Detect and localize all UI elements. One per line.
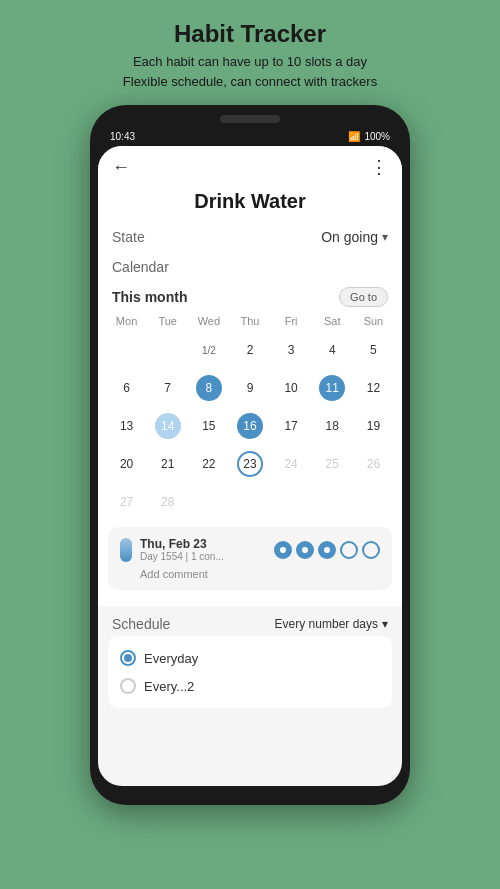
cal-cell-5[interactable]: 5 [353, 333, 394, 367]
goto-button[interactable]: Go to [339, 287, 388, 307]
day-header-mon: Mon [106, 313, 147, 329]
status-time: 10:43 [110, 131, 135, 142]
habit-title: Drink Water [98, 184, 402, 223]
cal-cell-23[interactable]: 23 [229, 447, 270, 481]
sched-option-every2-label: Every...2 [144, 679, 194, 694]
svg-point-2 [324, 547, 330, 553]
day-info-card: Thu, Feb 23 Day 1554 | 1 con... [108, 527, 392, 590]
cal-cell-13[interactable]: 13 [106, 409, 147, 443]
cal-cell-21[interactable]: 21 [147, 447, 188, 481]
schedule-value-text: Every number days [275, 617, 378, 631]
cal-row-1: 1/2 2 3 4 5 [106, 333, 394, 367]
sched-option-everyday-label: Everyday [144, 651, 198, 666]
cal-cell-4[interactable]: 4 [312, 333, 353, 367]
back-button[interactable]: ← [112, 157, 130, 178]
day-header-wed: Wed [188, 313, 229, 329]
cal-cell-12[interactable]: 12 [353, 371, 394, 405]
cal-cell-3[interactable]: 3 [271, 333, 312, 367]
cal-cell-2[interactable]: 2 [229, 333, 270, 367]
cal-cell-22[interactable]: 22 [188, 447, 229, 481]
water-bottle-icon [120, 538, 132, 562]
cal-cell-16[interactable]: 16 [229, 409, 270, 443]
calendar-section: This month Go to Mon Tue Wed Thu Fri Sat… [98, 279, 402, 606]
cal-cell-14[interactable]: 14 [147, 409, 188, 443]
cal-cell-e4 [312, 485, 353, 519]
slot-3[interactable] [318, 541, 336, 559]
schedule-row: Schedule Every number days ▾ [98, 606, 402, 636]
cal-cell-11[interactable]: 11 [312, 371, 353, 405]
bottom-peek [98, 708, 402, 724]
cal-cell-10[interactable]: 10 [271, 371, 312, 405]
cal-cell-17[interactable]: 17 [271, 409, 312, 443]
cal-cell-15[interactable]: 15 [188, 409, 229, 443]
page-subtitle: Each habit can have up to 10 slots a day… [123, 52, 377, 91]
battery-icon: 100% [364, 131, 390, 142]
svg-point-1 [302, 547, 308, 553]
cal-cell-e2 [229, 485, 270, 519]
svg-point-0 [280, 547, 286, 553]
cal-cell-empty [106, 333, 147, 367]
cal-row-2: 6 7 8 9 10 11 12 [106, 371, 394, 405]
day-info-sub: Day 1554 | 1 con... [140, 551, 224, 562]
cal-row-3: 13 14 15 16 17 18 19 [106, 409, 394, 443]
day-info-top: Thu, Feb 23 Day 1554 | 1 con... [120, 537, 380, 562]
cal-cell-e1 [188, 485, 229, 519]
state-row: State On going ▾ [98, 223, 402, 251]
cal-cell-7[interactable]: 7 [147, 371, 188, 405]
cal-cell-20[interactable]: 20 [106, 447, 147, 481]
day-header-tue: Tue [147, 313, 188, 329]
sched-option-everyday[interactable]: Everyday [120, 644, 380, 672]
cal-cell-28[interactable]: 28 [147, 485, 188, 519]
cal-cell-8[interactable]: 8 [188, 371, 229, 405]
top-bar: ← ⋮ [98, 146, 402, 184]
cal-cell-25[interactable]: 25 [312, 447, 353, 481]
slot-2[interactable] [296, 541, 314, 559]
state-value-text: On going [321, 229, 378, 245]
add-comment[interactable]: Add comment [120, 568, 380, 580]
cal-cell-26[interactable]: 26 [353, 447, 394, 481]
slot-5[interactable] [362, 541, 380, 559]
phone-frame: 10:43 📶 100% ← ⋮ Drink Water State On go… [90, 105, 410, 805]
cal-cell-6[interactable]: 6 [106, 371, 147, 405]
cal-cell-e3 [271, 485, 312, 519]
cal-cell-24[interactable]: 24 [271, 447, 312, 481]
calendar-grid: Mon Tue Wed Thu Fri Sat Sun 1/2 2 3 4 5 [98, 313, 402, 519]
slot-icons [274, 541, 380, 559]
state-dropdown-arrow: ▾ [382, 230, 388, 244]
cal-row-4: 20 21 22 23 24 25 26 [106, 447, 394, 481]
state-dropdown[interactable]: On going ▾ [321, 229, 388, 245]
signal-icon: 📶 [348, 131, 360, 142]
sched-option-every2[interactable]: Every...2 [120, 672, 380, 700]
schedule-dropdown[interactable]: Every number days ▾ [275, 617, 388, 631]
cal-cell-19[interactable]: 19 [353, 409, 394, 443]
page-title: Habit Tracker [174, 20, 326, 48]
status-icons: 📶 100% [348, 131, 390, 142]
cal-cell-1-2[interactable]: 1/2 [188, 333, 229, 367]
day-header-thu: Thu [229, 313, 270, 329]
calendar-header: This month Go to [98, 279, 402, 313]
schedule-options: Everyday Every...2 [108, 636, 392, 708]
calendar-section-label: Calendar [98, 251, 402, 279]
radio-everyday[interactable] [120, 650, 136, 666]
cal-cell-empty2 [147, 333, 188, 367]
phone-notch [220, 115, 280, 123]
screen: ← ⋮ Drink Water State On going ▾ Calenda… [98, 146, 402, 786]
day-headers: Mon Tue Wed Thu Fri Sat Sun [106, 313, 394, 329]
more-button[interactable]: ⋮ [370, 156, 388, 178]
cal-cell-18[interactable]: 18 [312, 409, 353, 443]
radio-every2[interactable] [120, 678, 136, 694]
state-label: State [112, 229, 145, 245]
cal-cell-27[interactable]: 27 [106, 485, 147, 519]
cal-cell-9[interactable]: 9 [229, 371, 270, 405]
slot-4[interactable] [340, 541, 358, 559]
day-header-fri: Fri [271, 313, 312, 329]
day-header-sat: Sat [312, 313, 353, 329]
day-info-date: Thu, Feb 23 [140, 537, 224, 551]
day-header-sun: Sun [353, 313, 394, 329]
cal-row-5: 27 28 [106, 485, 394, 519]
day-info-text: Thu, Feb 23 Day 1554 | 1 con... [140, 537, 224, 562]
schedule-label: Schedule [112, 616, 170, 632]
schedule-dropdown-arrow: ▾ [382, 617, 388, 631]
slot-1[interactable] [274, 541, 292, 559]
month-label: This month [112, 289, 187, 305]
